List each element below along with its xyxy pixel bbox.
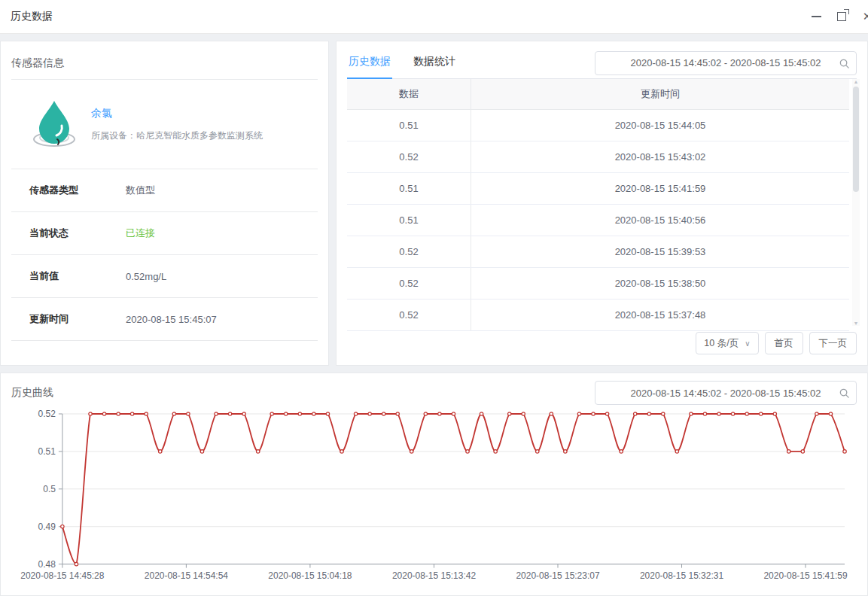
- window-controls: ✕: [809, 10, 863, 23]
- curve-search-icon[interactable]: [839, 388, 850, 401]
- cell-data: 0.52: [347, 141, 471, 173]
- data-point: [102, 412, 105, 415]
- data-point: [690, 412, 693, 415]
- sensor-summary: 余氯 所属设备：哈尼克智能水质多参数监测系统: [11, 80, 318, 169]
- data-point: [257, 450, 260, 453]
- detail-label: 更新时间: [29, 312, 126, 326]
- minimize-button[interactable]: [809, 10, 823, 23]
- restore-icon: [837, 12, 846, 21]
- detail-value: 2020-08-15 15:45:07: [126, 314, 217, 325]
- first-page-button[interactable]: 首页: [765, 332, 803, 354]
- data-point: [145, 412, 148, 415]
- svg-text:2020-08-15 15:32:31: 2020-08-15 15:32:31: [640, 570, 723, 581]
- cell-update-time: 2020-08-15 15:39:53: [471, 236, 850, 268]
- scrollbar-thumb[interactable]: [853, 87, 859, 192]
- data-point: [130, 412, 133, 415]
- data-point: [61, 525, 64, 528]
- sensor-panel-title: 传感器信息: [11, 50, 318, 80]
- curve-date-range-picker[interactable]: 2020-08-15 14:45:02 - 2020-08-15 15:45:0…: [595, 381, 857, 405]
- cell-update-time: 2020-08-15 15:40:56: [471, 205, 850, 236]
- sensor-name[interactable]: 余氯: [91, 107, 263, 120]
- restore-button[interactable]: [835, 10, 848, 23]
- history-table: 数据 更新时间 0.512020-08-15 15:44:050.522020-…: [347, 79, 857, 331]
- cell-data: 0.52: [347, 268, 471, 300]
- data-point: [605, 412, 608, 415]
- svg-text:0.49: 0.49: [38, 522, 56, 532]
- data-point: [382, 412, 385, 415]
- data-point: [187, 412, 190, 415]
- cell-update-time: 2020-08-15 15:37:48: [471, 300, 850, 331]
- data-point: [647, 412, 650, 415]
- data-point: [242, 412, 245, 415]
- scroll-down-icon[interactable]: ▼: [854, 321, 859, 326]
- svg-text:2020-08-15 15:23:07: 2020-08-15 15:23:07: [516, 570, 599, 581]
- water-drop-icon: [26, 96, 82, 152]
- cell-update-time: 2020-08-15 15:41:59: [471, 173, 850, 205]
- svg-text:2020-08-15 14:45:28: 2020-08-15 14:45:28: [20, 570, 104, 581]
- table-row[interactable]: 0.522020-08-15 15:38:50: [347, 268, 849, 300]
- data-point: [717, 412, 720, 415]
- search-icon[interactable]: [839, 58, 850, 71]
- detail-label: 当前值: [29, 269, 126, 283]
- data-point: [773, 412, 776, 415]
- page-size-value: 10 条/页: [704, 337, 739, 350]
- pagination: 10 条/页 ∨ 首页 下一页: [347, 332, 857, 365]
- sensor-info-panel: 传感器信息 余氯 所属设备：哈尼克智能水质多参数监测系统: [0, 41, 329, 366]
- page-size-select[interactable]: 10 条/页 ∨: [696, 332, 758, 354]
- cell-data: 0.51: [347, 173, 471, 205]
- data-point: [285, 412, 288, 415]
- scroll-up-icon[interactable]: ▲: [854, 79, 859, 84]
- data-point: [494, 450, 497, 453]
- table-row[interactable]: 0.512020-08-15 15:41:59: [347, 173, 849, 205]
- table-row[interactable]: 0.522020-08-15 15:39:53: [347, 236, 849, 268]
- detail-label: 当前状态: [29, 227, 126, 240]
- data-point: [298, 412, 301, 415]
- cell-update-time: 2020-08-15 15:38:50: [471, 268, 850, 300]
- data-point: [843, 450, 846, 453]
- data-point: [312, 412, 315, 415]
- cell-update-time: 2020-08-15 15:44:05: [471, 110, 850, 141]
- tab-bar: 历史数据 数据统计: [347, 47, 457, 78]
- table-row[interactable]: 0.512020-08-15 15:40:56: [347, 205, 849, 236]
- header-update-time: 更新时间: [471, 79, 850, 110]
- close-button[interactable]: ✕: [860, 10, 868, 23]
- sensor-detail-list: 传感器类型数值型当前状态已连接当前值0.52mg/L更新时间2020-08-15…: [11, 169, 318, 341]
- data-point: [354, 412, 357, 415]
- table-scrollbar[interactable]: ▲ ▼: [852, 79, 860, 326]
- table-header-row: 数据 更新时间: [347, 79, 849, 110]
- table-row[interactable]: 0.522020-08-15 15:37:48: [347, 300, 849, 331]
- data-point: [634, 412, 637, 415]
- main-content: 传感器信息 余氯 所属设备：哈尼克智能水质多参数监测系统: [0, 34, 868, 596]
- tab-data-statistics[interactable]: 数据统计: [412, 47, 457, 78]
- title-bar: 历史数据 ✕: [0, 0, 868, 34]
- date-range-picker[interactable]: 2020-08-15 14:45:02 - 2020-08-15 15:45:0…: [595, 51, 857, 75]
- tab-history-data[interactable]: 历史数据: [347, 47, 392, 79]
- data-point: [564, 450, 567, 453]
- table-row[interactable]: 0.512020-08-15 15:44:05: [347, 110, 849, 141]
- sensor-detail-row: 更新时间2020-08-15 15:45:07: [11, 298, 318, 341]
- data-point: [731, 412, 734, 415]
- data-point: [89, 412, 92, 415]
- curve-panel-title: 历史曲线: [11, 386, 53, 400]
- sensor-detail-row: 传感器类型数值型: [11, 169, 318, 212]
- table-row[interactable]: 0.522020-08-15 15:43:02: [347, 141, 849, 173]
- svg-text:2020-08-15 15:41:59: 2020-08-15 15:41:59: [763, 570, 847, 581]
- detail-value: 数值型: [126, 184, 155, 197]
- sensor-detail-row: 当前状态已连接: [11, 212, 318, 255]
- data-point: [215, 412, 218, 415]
- next-page-button[interactable]: 下一页: [809, 332, 857, 354]
- history-table-body: 0.512020-08-15 15:44:050.522020-08-15 15…: [347, 110, 849, 331]
- svg-text:0.51: 0.51: [38, 446, 56, 457]
- data-point: [438, 412, 441, 415]
- header-data: 数据: [347, 79, 471, 110]
- data-point: [550, 412, 553, 415]
- data-point: [592, 412, 595, 415]
- svg-text:0.5: 0.5: [43, 484, 56, 494]
- data-point: [410, 450, 413, 453]
- data-point: [577, 412, 580, 415]
- data-point: [340, 450, 343, 453]
- cell-data: 0.51: [347, 205, 471, 236]
- data-point: [745, 412, 748, 415]
- top-row: 传感器信息 余氯 所属设备：哈尼克智能水质多参数监测系统: [0, 41, 868, 366]
- data-point: [200, 450, 203, 453]
